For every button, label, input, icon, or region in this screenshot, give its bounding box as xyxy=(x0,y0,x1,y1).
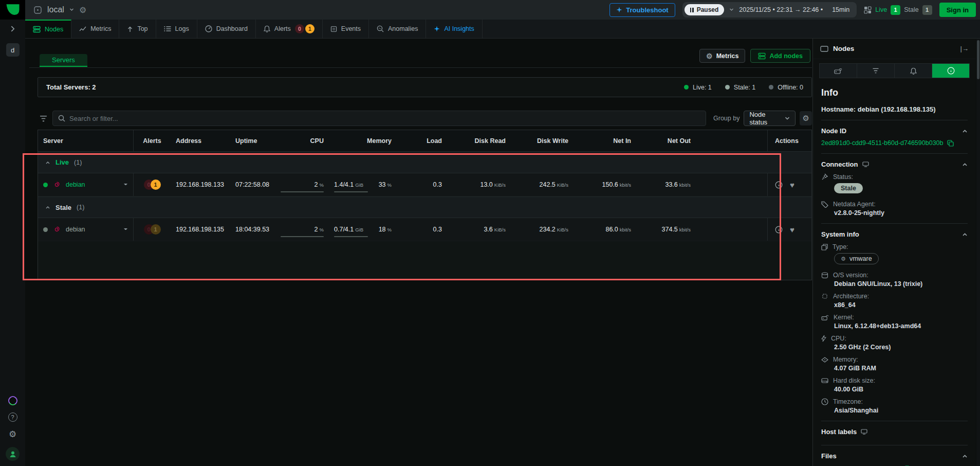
group-by-dropdown[interactable]: Node status xyxy=(744,111,796,126)
col-address[interactable]: Address xyxy=(171,130,230,151)
expand-rail-chevron-icon[interactable] xyxy=(11,26,15,32)
legend-label: Offline: 0 xyxy=(778,84,803,91)
heart-icon[interactable]: ♥ xyxy=(790,225,794,234)
troubleshoot-button[interactable]: Troubleshoot xyxy=(609,3,675,17)
tab-metrics[interactable]: Metrics xyxy=(71,20,119,38)
chevron-down-icon[interactable] xyxy=(729,8,734,11)
chevron-down-icon[interactable] xyxy=(69,8,74,11)
spaces-icon[interactable] xyxy=(8,396,17,405)
host-labels-section-header[interactable]: Host labels xyxy=(821,428,968,436)
netdata-logo[interactable] xyxy=(0,0,25,20)
os-version-label: O/S version: xyxy=(833,272,868,279)
node-counts-indicator[interactable]: Live 1 Stale 1 xyxy=(864,5,932,15)
servers-tab[interactable]: Servers xyxy=(40,54,87,67)
workspace-badge[interactable]: d xyxy=(6,43,20,57)
metrics-button[interactable]: ⚙ Metrics xyxy=(699,49,745,63)
col-server[interactable]: Server xyxy=(38,130,134,151)
table-row-stale-debian[interactable]: debian 0 1 192.168.198.135 18:04:39.53 2… xyxy=(38,218,811,241)
group-header-live[interactable]: Live (1) xyxy=(38,152,811,173)
tab-ai-insights[interactable]: AI Insights xyxy=(426,20,482,38)
col-cpu[interactable]: CPU xyxy=(274,130,329,151)
group-header-stale[interactable]: Stale (1) xyxy=(38,196,811,218)
memory-cell: 0.7/4.1 GiB 18 % xyxy=(329,218,397,241)
add-nodes-button[interactable]: Add nodes xyxy=(750,49,810,63)
chevron-up-icon[interactable] xyxy=(962,163,968,166)
col-load[interactable]: Load xyxy=(397,130,447,151)
search-box xyxy=(52,111,706,126)
alerts-cell[interactable]: 0 1 xyxy=(134,173,171,196)
hard-disk-label: Hard disk size: xyxy=(833,377,875,384)
node-id-section-header[interactable]: Node ID xyxy=(821,127,968,135)
chevron-down-icon[interactable] xyxy=(123,183,128,186)
col-alerts[interactable]: Alerts xyxy=(134,130,171,151)
search-input[interactable] xyxy=(69,115,700,122)
col-net-out[interactable]: Net Out xyxy=(636,130,696,151)
space-name[interactable]: local xyxy=(47,5,64,14)
table-row-live-debian[interactable]: debian 0 1 192.168.198.133 07:22:58.08 2… xyxy=(38,173,811,196)
tab-nodes[interactable]: Nodes xyxy=(25,20,71,38)
settings-gear-icon[interactable]: ⚙ xyxy=(9,429,16,440)
pause-label: Paused xyxy=(697,6,719,13)
system-info-section-header[interactable]: System info xyxy=(821,230,968,238)
disk-write-cell: 242.5KiB/s xyxy=(511,173,574,196)
node-id-value[interactable]: 2ed891d0-cdd9-4511-b60d-d746590b030b xyxy=(821,139,968,147)
tab-logs[interactable]: Logs xyxy=(156,20,197,38)
tab-anomalies[interactable]: Anomalies xyxy=(369,20,426,38)
chevron-up-icon[interactable] xyxy=(962,232,968,236)
events-icon xyxy=(330,26,337,32)
uptime-cell: 18:04:39.53 xyxy=(230,218,274,241)
tab-events[interactable]: Events xyxy=(323,20,369,38)
gear-icon: ⚙ xyxy=(706,52,713,60)
panel-tab-metrics[interactable] xyxy=(820,64,857,78)
connection-section-header[interactable]: Connection xyxy=(821,160,968,168)
col-net-in[interactable]: Net In xyxy=(574,130,636,151)
table-settings-gear-icon[interactable]: ⚙ xyxy=(800,111,812,126)
tab-alerts[interactable]: Alerts 0 1 xyxy=(256,20,323,38)
node-name[interactable]: debian xyxy=(66,181,85,188)
copy-icon[interactable] xyxy=(947,140,954,147)
info-icon[interactable] xyxy=(775,226,783,234)
nodes-icon xyxy=(758,52,766,60)
info-icon[interactable] xyxy=(775,181,783,189)
chevron-up-icon[interactable] xyxy=(962,129,968,133)
section-title: Node ID xyxy=(821,127,846,135)
col-memory[interactable]: Memory xyxy=(329,130,397,151)
tab-dashboard[interactable]: Dashboard xyxy=(197,20,256,38)
alerts-warning-badge: 1 xyxy=(305,24,315,33)
collapse-panel-icon[interactable]: |→ xyxy=(960,45,969,52)
node-name[interactable]: debian xyxy=(66,226,85,233)
panel-tab-info[interactable] xyxy=(932,64,969,78)
chevron-up-icon[interactable] xyxy=(962,454,968,458)
filter-icon[interactable] xyxy=(40,115,47,122)
scrollbar-thumb[interactable] xyxy=(977,40,979,79)
help-icon[interactable]: ? xyxy=(8,413,17,422)
section-title: Connection xyxy=(821,160,858,168)
user-avatar[interactable] xyxy=(6,447,20,461)
panel-tab-alerts[interactable] xyxy=(895,64,932,78)
files-section-header[interactable]: Files xyxy=(821,452,968,460)
vm-type-value: vmware xyxy=(849,255,872,262)
date-range[interactable]: 2025/11/25 • 22:31 → 22:46 • xyxy=(739,6,823,13)
node-icon xyxy=(820,46,828,52)
col-disk-read[interactable]: Disk Read xyxy=(447,130,511,151)
space-settings-gear-icon[interactable]: ⚙ xyxy=(79,5,86,15)
heart-icon[interactable]: ♥ xyxy=(790,181,794,189)
col-uptime[interactable]: Uptime xyxy=(230,130,274,151)
col-disk-write[interactable]: Disk Write xyxy=(511,130,574,151)
chevron-down-icon[interactable] xyxy=(123,228,128,231)
scrollbar[interactable] xyxy=(976,39,980,466)
col-actions: Actions xyxy=(767,130,811,151)
sign-in-button[interactable]: Sign in xyxy=(939,3,976,17)
alerts-cell[interactable]: 0 1 xyxy=(134,218,171,241)
cpu-sparkline xyxy=(281,236,324,237)
nodes-table: Server Alerts Address Uptime CPU Memory … xyxy=(38,130,812,280)
panel-tab-filters[interactable] xyxy=(857,64,895,78)
uptime-cell: 07:22:58.08 xyxy=(230,173,274,196)
live-label: Live xyxy=(875,6,887,13)
table-header: Server Alerts Address Uptime CPU Memory … xyxy=(38,130,811,152)
tab-top[interactable]: Top xyxy=(119,20,156,38)
tab-label: AI Insights xyxy=(444,25,474,32)
pause-button[interactable]: Paused xyxy=(685,4,725,15)
disk-read-cell: 3.6KiB/s xyxy=(447,218,511,241)
gear-icon: ⚙ xyxy=(841,256,846,262)
